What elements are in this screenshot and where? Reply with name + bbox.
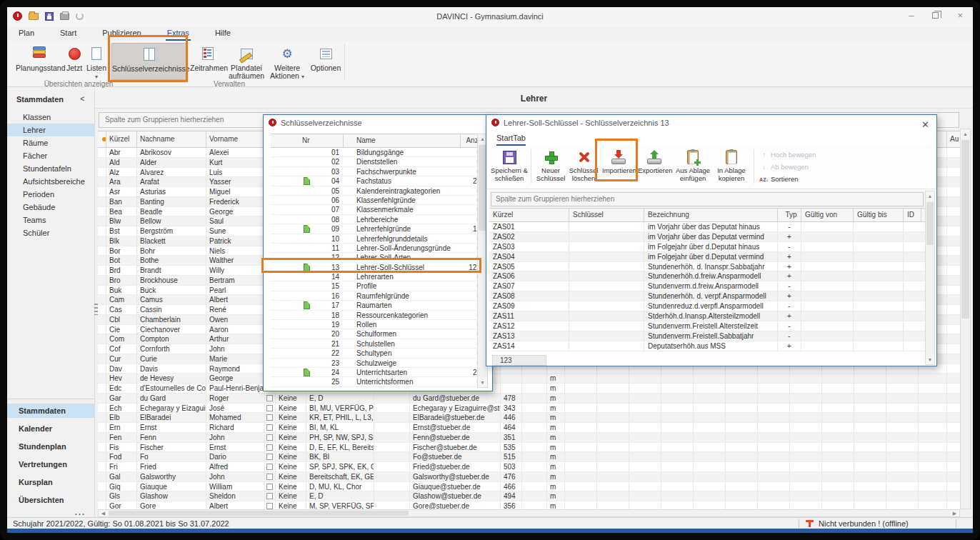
scrollbar-thumb[interactable]	[926, 202, 934, 245]
close-button[interactable]: ×	[957, 10, 963, 21]
column-header-nachname[interactable]: Nachname	[137, 131, 206, 147]
checkbox[interactable]	[266, 434, 273, 441]
table-row[interactable]: ZAS13 Stundenverm.Freistell.Sabbatjahr -	[489, 331, 925, 341]
copy-to-clipboard-button[interactable]: In Ablage kopieren	[714, 148, 749, 185]
list-item[interactable]: 03 Fachschwerpunkte 0	[271, 167, 485, 176]
checkbox[interactable]	[266, 464, 273, 470]
table-row[interactable]: ZAS11 Stderhöh.d.Inansp.Altersteilzmodel…	[489, 311, 925, 321]
jetzt-button[interactable]: Jetzt	[64, 43, 84, 80]
column-header-name[interactable]: Name	[344, 134, 461, 147]
checkbox[interactable]	[266, 395, 273, 401]
table-row[interactable]: ZAS08 Stundenerhöh. d. verpf.Ansparmodel…	[489, 291, 925, 301]
scroll-up-icon[interactable]: ▲	[926, 191, 934, 201]
checkbox[interactable]	[266, 454, 273, 460]
table-row[interactable]: Fri Fried Alfred Keine SP, SPJ, SPK, EK,…	[98, 462, 971, 472]
list-item[interactable]: 24 Unterrichtsarten 22	[271, 368, 485, 377]
sidebar-module[interactable]: Kalender	[7, 421, 94, 436]
sidebar-item[interactable]: Gebäude	[7, 201, 94, 214]
move-up-button[interactable]: ↑Hoch bewegen	[759, 149, 816, 160]
list-item[interactable]: 06 Klassenfehlgründe 0	[271, 196, 485, 205]
table-row[interactable]: ZAS06 Stundenerhöh.d.freiw.Ansparmodell …	[489, 271, 925, 281]
table-row[interactable]: ZAS05 Stundenerhöh. d. Inanspr.Sabbatjah…	[489, 262, 925, 272]
list-item[interactable]: 04 Fachstatus 23	[271, 176, 485, 186]
sidebar-item[interactable]: Räume	[7, 136, 94, 149]
dialog2-vertical-scrollbar[interactable]: ▲ ▼	[925, 191, 935, 365]
list-item[interactable]: 22 Schultypen 0	[271, 349, 485, 358]
list-item[interactable]: 11 Lehrer-Soll-Änderungsgründe 0	[271, 244, 485, 253]
scroll-down-icon[interactable]: ▼	[478, 378, 487, 387]
table-row[interactable]: Elb ElBaradei Mohamed Keine KR, ET, PHIL…	[98, 413, 971, 423]
checkbox[interactable]	[266, 474, 273, 480]
list-item[interactable]: 18 Ressourcenkategorien 0	[271, 311, 485, 320]
list-item[interactable]: 02 Dienststellen 0	[271, 157, 485, 166]
column-header-id[interactable]: ID	[904, 209, 921, 221]
column-header-bezeichnung[interactable]: Bezeichnung	[644, 209, 778, 221]
list-item[interactable]: 26 Veranstaltungskategorien 0	[271, 387, 485, 388]
column-header-kurzel[interactable]: Kürzel	[489, 209, 569, 221]
table-row[interactable]: Ech Echegaray y Eizaguirre José Keine BI…	[98, 404, 971, 414]
table-row[interactable]: Gar du Gard Roger Keine E, D du Gard@stu…	[98, 394, 971, 404]
column-header-gueltig-von[interactable]: Gültig von	[801, 209, 854, 221]
sidebar-module[interactable]: Stundenplan	[7, 439, 94, 454]
table-row[interactable]: Fis Fischer Ernst Keine D, E, EF, KL, Be…	[98, 443, 971, 453]
checkbox[interactable]	[266, 405, 273, 411]
sidebar-item[interactable]: Lehrer	[7, 124, 94, 136]
list-item[interactable]: 05 Kalendereintragkategorien 0	[271, 186, 485, 196]
table-row[interactable]: Edc d'Estournelles de Constan Paul-Henri…	[98, 384, 971, 394]
scroll-left-icon[interactable]: ◀	[99, 510, 108, 516]
new-key-button[interactable]: Neuer Schlüssel	[535, 148, 566, 185]
sidebar-item[interactable]: Fächer	[7, 149, 94, 162]
table-row[interactable]: Gor Gore Albert Keine M, SP, VERFÜG, SPJ…	[98, 501, 971, 509]
list-item[interactable]: 09 Lehrerfehlgründe 12	[271, 224, 485, 234]
table-row[interactable]: Hev de Hevesy George m	[98, 374, 971, 384]
ribbon-tab[interactable]: Plan	[14, 27, 39, 41]
sidebar-item[interactable]: Klassen	[7, 111, 94, 124]
sidebar-more-button[interactable]: ...	[75, 508, 86, 516]
table-row[interactable]: ZAS07 Stundenverm.d.freiw.Ansparmodell -	[489, 281, 925, 291]
checkbox[interactable]	[266, 503, 273, 509]
planungsstand-button[interactable]: Planungsstand	[16, 43, 63, 80]
sidebar-module[interactable]: Stammdaten	[7, 404, 94, 418]
scroll-right-icon[interactable]: ▶	[950, 510, 959, 516]
checkbox[interactable]	[266, 493, 273, 499]
table-row[interactable]: ZAS03 im Folgejahr über d.Deputat hinaus…	[489, 242, 925, 252]
paste-from-clipboard-button[interactable]: Aus Ablage einfügen	[674, 148, 712, 185]
export-button[interactable]: Exportieren	[638, 148, 671, 185]
table-row[interactable]: ZAS01 im Vorjahr über das Deputat hinaus…	[489, 222, 925, 232]
listen-button[interactable]: Listen▾	[84, 43, 109, 80]
list-item[interactable]: 25 Unterrichtsformen 0	[271, 377, 485, 386]
table-row[interactable]: ZAS14 Deputatserhöh.aus MSS +	[489, 341, 925, 351]
sidebar-module[interactable]: Übersichten	[7, 493, 94, 507]
sidebar-module[interactable]: Kursplan	[7, 475, 94, 489]
main-vertical-scrollbar[interactable]: ▲	[960, 129, 971, 509]
list-item[interactable]: 23 Schulzweige 0	[271, 359, 485, 368]
scrollbar-thumb[interactable]	[109, 511, 409, 516]
scroll-up-icon[interactable]: ▲	[961, 129, 970, 139]
minimize-button[interactable]: –	[909, 10, 914, 21]
sidebar-item[interactable]: Stundentafeln	[7, 162, 94, 175]
table-row[interactable]: ZAS02 im Vorjahr über das Deputat vermin…	[489, 232, 925, 242]
optionen-button[interactable]: Optionen	[310, 43, 341, 80]
table-row[interactable]: ZAS04 im Folgejahr über d.Deputat vermin…	[489, 252, 925, 262]
scrollbar-thumb[interactable]	[961, 140, 969, 319]
column-header-gueltig-bis[interactable]: Gültig bis	[854, 209, 904, 221]
checkbox[interactable]	[266, 444, 273, 451]
sidebar-item[interactable]: Perioden	[7, 188, 94, 201]
sidebar-item[interactable]: Schüler	[7, 226, 94, 239]
list-item[interactable]: 19 Rollen 0	[271, 320, 485, 329]
collapse-icon[interactable]: <	[80, 95, 84, 103]
checkbox[interactable]	[266, 424, 273, 431]
table-row[interactable]: ZAS12 Stundenverm.Freistell.Altersteilze…	[489, 321, 925, 331]
sidebar-module[interactable]: Vertretungen	[7, 457, 94, 471]
column-header-vorname[interactable]: Vorname	[206, 131, 265, 147]
ribbon-tab[interactable]: Start	[56, 27, 81, 41]
move-down-button[interactable]: ↓Ab bewegen	[759, 161, 809, 172]
sidebar-item[interactable]: Aufsichtsbereiche	[7, 175, 94, 188]
dialog-close-button[interactable]: ✕	[921, 117, 929, 133]
starttab-tab[interactable]: StartTab	[496, 134, 526, 146]
zeitrahmen-button[interactable]: Zeitrahmen	[190, 43, 226, 80]
list-item[interactable]: 14 Lehrerarten 0	[271, 272, 485, 281]
table-row[interactable]: Fen Fenn John Keine PH, SP, NW, SPJ, SPK…	[98, 433, 971, 443]
ribbon-tab[interactable]: Hilfe	[211, 27, 235, 41]
column-header-nr[interactable]: Nr	[271, 134, 344, 147]
